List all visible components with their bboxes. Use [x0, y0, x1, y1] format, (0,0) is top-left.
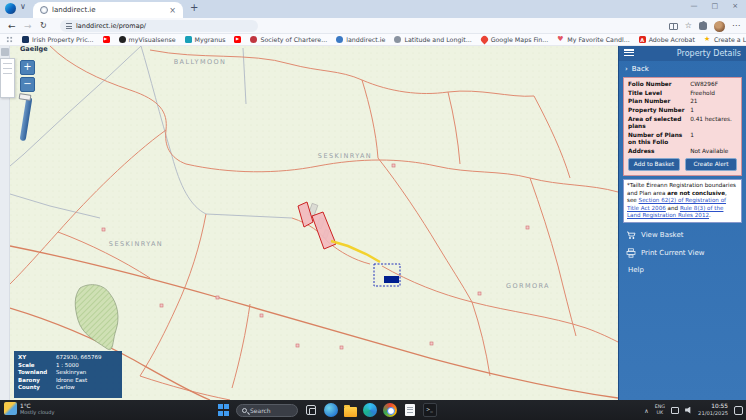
copilot-icon[interactable]: [324, 403, 338, 417]
zoom-in-button[interactable]: +: [20, 60, 35, 75]
view-basket-item[interactable]: View Basket: [619, 226, 746, 244]
bookmark-item[interactable]: Google Maps Fin...: [481, 36, 549, 43]
zoom-out-button[interactable]: −: [20, 77, 35, 92]
back-button[interactable]: ←: [8, 21, 16, 31]
youtube-icon: [234, 36, 241, 43]
maximize-button[interactable]: □: [712, 2, 719, 10]
site-favicon-icon: [40, 6, 48, 14]
search-icon: [242, 408, 247, 413]
bookmark-item[interactable]: Irish Property Pric...: [22, 36, 94, 43]
system-tray: ∧ ENG UK 10:55 21/01/2025: [644, 400, 743, 420]
window-controls: — □ ×: [691, 2, 739, 10]
windows-taskbar: 1°C Mostly cloudy Search ∧ ENG UK: [0, 400, 746, 420]
favorite-star-icon[interactable]: ☆: [685, 22, 692, 30]
townland-label: SESKINRYAN: [109, 240, 163, 248]
star-icon: [704, 36, 711, 43]
bookmark-item[interactable]: Mygranus: [185, 36, 226, 43]
folio-number: CW8296F: [690, 81, 737, 88]
weather-icon: [4, 402, 17, 415]
help-item[interactable]: Help: [619, 262, 746, 278]
minimize-button[interactable]: —: [691, 2, 698, 10]
bookmark-item[interactable]: landdirect.ie: [336, 36, 385, 43]
language-link[interactable]: Gaeilge: [20, 45, 48, 53]
address-bar[interactable]: landdirect.ie/promap/: [60, 20, 258, 32]
bookmark-item[interactable]: [234, 36, 241, 43]
print-current-view-item[interactable]: Print Current View: [619, 244, 746, 262]
acrobat-icon: [639, 36, 646, 43]
tray-expand-icon[interactable]: ∧: [644, 407, 648, 414]
add-to-basket-button[interactable]: Add to Basket: [628, 158, 680, 171]
home-site-icon: [22, 36, 29, 43]
start-button[interactable]: [218, 404, 230, 416]
bookmark-item[interactable]: Latitude and Longit...: [394, 36, 471, 43]
extensions-icon[interactable]: [699, 22, 707, 30]
forward-button[interactable]: →: [24, 21, 32, 31]
url-text: landdirect.ie/promap/: [76, 22, 146, 30]
map-pin-icon: [479, 35, 489, 45]
taskbar-center: Search: [218, 400, 437, 420]
refresh-button[interactable]: ↻: [40, 21, 47, 30]
townland-label: SESKINRYAN: [318, 152, 372, 160]
bookmark-item[interactable]: Adobe Acrobat: [639, 36, 695, 43]
youtube-icon: [103, 36, 110, 43]
language-indicator[interactable]: ENG UK: [655, 404, 665, 415]
chrome-icon[interactable]: [383, 403, 397, 417]
panel-header: Property Details: [619, 46, 746, 61]
browser-toolbar: ← → ↻ landdirect.ie/promap/ ☆ ⋯: [0, 18, 746, 34]
bookmark-item[interactable]: myVisualsense: [119, 36, 176, 43]
screen: ∨ landdirect.ie × + — □ × ← → ↻ landdire…: [0, 0, 746, 420]
browser-tab-strip: ∨ landdirect.ie × + — □ ×: [0, 0, 746, 18]
profile-avatar[interactable]: [714, 21, 725, 32]
page-left-gutter: [0, 46, 10, 400]
tab-close-icon[interactable]: ×: [169, 6, 176, 15]
sidebar-toggle-icon[interactable]: [1, 48, 9, 56]
bookmark-item[interactable]: My Favorite Candl...: [557, 36, 629, 43]
edge-logo-icon[interactable]: [5, 3, 16, 14]
bookmark-item[interactable]: Create a Lasting Po...: [704, 36, 746, 43]
site-info-icon[interactable]: [66, 23, 72, 29]
dark-site-icon: [119, 36, 126, 43]
heart-icon: [557, 36, 564, 43]
toolbar-actions: ☆ ⋯: [669, 20, 740, 32]
selection-marker[interactable]: [384, 276, 399, 283]
bookmarks-bar: Irish Property Pric... myVisualsense Myg…: [0, 34, 746, 46]
tab-title: landdirect.ie: [52, 6, 165, 14]
teal-site-icon: [185, 36, 192, 43]
collapsed-panel[interactable]: [0, 58, 15, 98]
clock[interactable]: 10:55 21/01/2025: [698, 403, 728, 416]
tray-app-icon[interactable]: [671, 407, 679, 414]
map-canvas[interactable]: BALLYMOON SESKINRYAN SESKINRYAN GORMORA: [10, 46, 618, 400]
back-chevron-icon: ›: [625, 65, 628, 73]
create-alert-button[interactable]: Create Alert: [685, 158, 737, 171]
file-explorer-icon[interactable]: [344, 407, 357, 417]
folio-summary-box: Folio NumberCW8296F Title LevelFreehold …: [623, 77, 742, 176]
globe-site-icon: [336, 36, 343, 43]
task-view-icon[interactable]: [306, 405, 316, 415]
back-button[interactable]: › Back: [619, 61, 746, 76]
property-details-panel: Property Details › Back Folio NumberCW82…: [618, 46, 746, 400]
disclaimer-note: *Tailte Éireann Registration boundaries …: [623, 179, 742, 223]
bookmark-item[interactable]: [103, 36, 110, 43]
taskbar-search[interactable]: Search: [236, 404, 298, 417]
apps-grid-icon[interactable]: [6, 36, 13, 43]
townland-label: GORMORA: [506, 282, 550, 290]
menu-hamburger-icon[interactable]: [624, 49, 634, 57]
panel-title: Property Details: [677, 49, 741, 58]
map-info-box: XY672930, 665769 Scale1 : 5000 TownlandS…: [14, 351, 122, 398]
globe-site-icon: [394, 36, 401, 43]
bookmark-item[interactable]: Society of Chartere...: [250, 36, 327, 43]
close-button[interactable]: ×: [732, 2, 738, 10]
document-app-icon[interactable]: [405, 404, 415, 416]
crest-site-icon: [250, 36, 257, 43]
browser-menu-icon[interactable]: ⋯: [732, 22, 740, 30]
edge-icon[interactable]: [363, 403, 377, 417]
weather-widget[interactable]: 1°C Mostly cloudy: [4, 402, 54, 415]
split-screen-icon[interactable]: [669, 23, 678, 30]
townland-label: BALLYMOON: [174, 58, 227, 66]
terminal-icon[interactable]: [423, 403, 437, 417]
tab-search-icon[interactable]: ∨: [20, 2, 26, 11]
volume-icon[interactable]: [685, 407, 692, 414]
browser-tab[interactable]: landdirect.ie ×: [33, 2, 183, 18]
new-tab-button[interactable]: +: [190, 2, 198, 13]
notification-center-icon[interactable]: [734, 406, 743, 415]
